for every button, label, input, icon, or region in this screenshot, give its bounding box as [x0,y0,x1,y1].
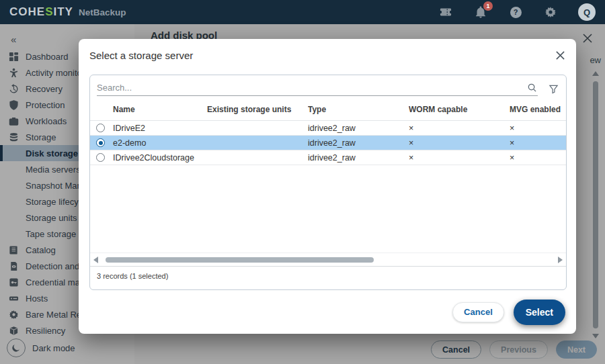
column-header-worm-capable: WORM capable [409,105,510,114]
dialog-select-button[interactable]: Select [514,300,565,325]
tickets-icon[interactable] [438,5,453,19]
cell-type: idrivee2_raw [308,138,409,148]
table-header-row: NameExisting storage unitsTypeWORM capab… [90,98,566,121]
column-header-name: Name [113,105,207,114]
table-row-idrivee2[interactable]: IDriveE2idrivee2_raw×× [90,121,566,136]
cell-mvg-enabled: × [510,124,566,133]
cell-mvg-enabled: × [510,153,566,163]
filter-icon[interactable] [547,83,559,95]
cell-name: IDrivee2Cloudstorage [113,153,207,163]
scroll-right-arrow-icon[interactable] [558,257,563,263]
horizontal-scroll-track[interactable] [101,257,555,263]
table-horizontal-scrollbar[interactable] [90,253,566,266]
cell-mvg-enabled: × [510,138,566,148]
cell-worm-capable: × [409,124,510,133]
cell-name: e2-demo [113,138,207,148]
row-radio[interactable] [96,124,105,132]
table-empty-area [90,165,566,253]
select-storage-server-dialog: Select a storage server NameExisting sto… [79,39,576,334]
row-radio-selected[interactable] [96,138,105,147]
table-body: IDriveE2idrivee2_raw××e2-demoidrivee2_ra… [90,121,566,165]
dialog-title: Select a storage server [89,50,193,61]
row-radio[interactable] [96,153,105,162]
dialog-footer: Cancel Select [79,290,576,334]
cell-worm-capable: × [409,138,510,148]
notifications-bell-icon[interactable]: 1 [473,5,488,19]
product-name: NetBackup [79,7,126,17]
column-header-existing-storage-units: Existing storage units [207,105,308,114]
search-field [97,81,538,96]
column-header-type: Type [308,105,409,114]
cohesity-logo: COHESITY [9,5,73,19]
top-app-bar: COHESITY NetBackup 1 ? Q [0,0,605,24]
column-header-mvg-enabled: MVG enabled [510,105,566,114]
cell-name: IDriveE2 [113,124,207,133]
cell-worm-capable: × [409,153,510,163]
table-row-e2-demo[interactable]: e2-demoidrivee2_raw×× [90,136,566,150]
cell-type: idrivee2_raw [308,124,409,133]
dialog-cancel-button[interactable]: Cancel [452,302,504,322]
table-row-idrivee2cloudstorage[interactable]: IDrivee2Cloudstorageidrivee2_raw×× [90,150,566,165]
storage-server-table: NameExisting storage unitsTypeWORM capab… [89,75,567,290]
scroll-left-arrow-icon[interactable] [93,257,98,263]
dialog-close-icon[interactable] [555,50,565,60]
cell-type: idrivee2_raw [308,153,409,163]
search-input[interactable] [97,83,526,93]
settings-gear-icon[interactable] [543,5,558,19]
horizontal-scroll-thumb[interactable] [106,257,374,263]
search-icon[interactable] [526,81,538,93]
help-icon[interactable]: ? [508,5,523,19]
brand-logo: COHESITY NetBackup [9,5,126,19]
user-avatar[interactable]: Q [578,3,596,21]
notification-count-badge: 1 [483,1,493,11]
record-summary: 3 records (1 selected) [90,266,566,289]
